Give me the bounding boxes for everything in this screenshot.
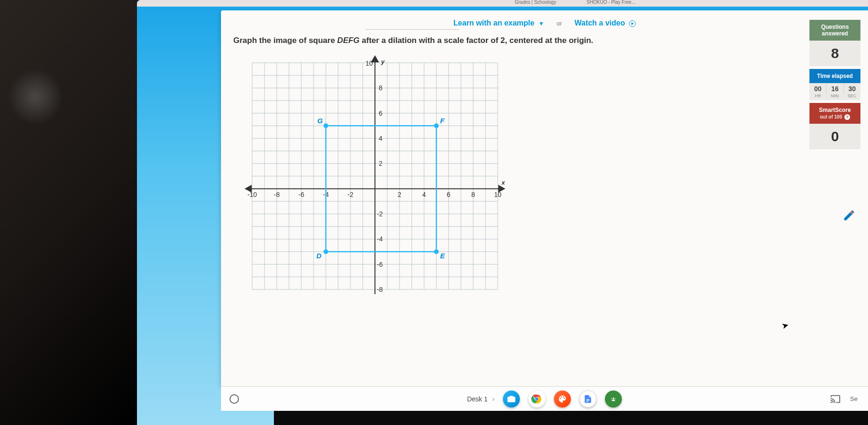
svg-text:-8: -8 [274,191,280,198]
svg-text:2: 2 [379,160,383,167]
classroom-app-icon[interactable] [605,391,622,408]
chrome-app-icon[interactable] [528,391,545,408]
svg-text:6: 6 [447,191,451,198]
svg-point-73 [615,398,616,399]
question-text: Graph the image of square DEFG after a d… [233,34,658,47]
vertex-d[interactable] [323,249,328,254]
vertex-e[interactable] [434,249,439,254]
desk-switcher[interactable]: Desk 1 › [467,395,494,403]
scratchpad-button[interactable] [842,209,856,222]
question-shape: DEFG [337,36,359,45]
svg-text:-6: -6 [298,191,305,198]
smartscore-header: SmartScore out of 100 ? [809,103,860,124]
graph-svg[interactable]: y x -10 -8 -6 -4 -2 2 4 6 8 10 10 [243,53,507,304]
paint-app-icon[interactable] [554,391,571,408]
svg-text:8: 8 [471,191,475,198]
svg-rect-69 [587,401,588,402]
learn-example-link[interactable]: Learn with an example ▼ [453,19,546,27]
label-f: F [440,117,445,125]
sec-label: SEC [843,94,860,100]
svg-text:2: 2 [398,191,401,198]
svg-text:6: 6 [379,110,383,117]
taskbar: Desk 1 › Se [221,386,868,411]
questions-value: 8 [809,41,860,66]
svg-text:-8: -8 [377,286,383,293]
svg-text:-2: -2 [348,191,354,198]
hr-label: HR [809,94,826,100]
label-g: G [317,117,323,125]
svg-text:-2: -2 [377,210,383,218]
camera-app-icon[interactable] [503,391,520,408]
svg-text:10: 10 [494,191,502,198]
desk-label: Desk 1 [467,395,488,403]
label-d: D [316,252,322,260]
svg-text:-10: -10 [247,191,257,198]
cast-icon[interactable] [830,394,841,404]
browser-tab[interactable]: SHOKUO - Play Free... [587,0,635,5]
vertex-f[interactable] [434,123,439,128]
svg-text:4: 4 [379,135,383,142]
question-post: after a dilation with a scale factor of … [359,36,593,45]
label-e: E [440,252,445,260]
or-separator: or [556,20,562,27]
coordinate-graph[interactable]: y x -10 -8 -6 -4 -2 2 4 6 8 10 10 [243,53,507,304]
browser-tab[interactable]: Grades | Schoology [515,0,556,5]
play-circle-icon [629,20,636,27]
chevron-down-icon: ▼ [538,20,544,27]
svg-text:10: 10 [366,60,373,67]
help-icon[interactable]: ? [844,114,850,120]
help-links: Learn with an example ▼ or Watch a video [233,19,856,30]
watch-label: Watch a video [574,19,625,27]
chevron-right-icon: › [492,395,494,403]
time-hr: 00 [809,83,826,94]
cursor-icon: ➤ [780,319,790,331]
status-text: Se [850,395,858,402]
questions-header: Questions answered [809,20,860,41]
main-content: Learn with an example ▼ or Watch a video… [221,10,868,386]
learn-label: Learn with an example [453,19,535,27]
svg-rect-67 [587,399,590,400]
vertex-g[interactable] [323,123,328,128]
svg-text:-4: -4 [377,235,383,243]
docs-app-icon[interactable] [579,391,596,408]
launcher-button[interactable] [230,394,239,404]
time-header: Time elapsed [809,69,860,83]
watch-video-link[interactable]: Watch a video [574,19,635,27]
svg-text:8: 8 [379,84,383,92]
score-panel: Questions answered 8 Time elapsed 00 16 … [809,20,860,149]
x-axis-label: x [501,179,505,186]
svg-rect-68 [587,400,590,400]
smartscore-value: 0 [809,124,860,149]
time-min: 16 [826,83,843,94]
svg-text:-6: -6 [377,261,383,268]
y-axis-label: y [381,58,385,65]
svg-text:4: 4 [422,191,426,198]
svg-point-72 [611,398,612,399]
time-sec: 30 [844,83,860,94]
min-label: MIN [826,94,843,100]
svg-point-71 [613,397,614,399]
question-pre: Graph the image of square [233,36,337,45]
